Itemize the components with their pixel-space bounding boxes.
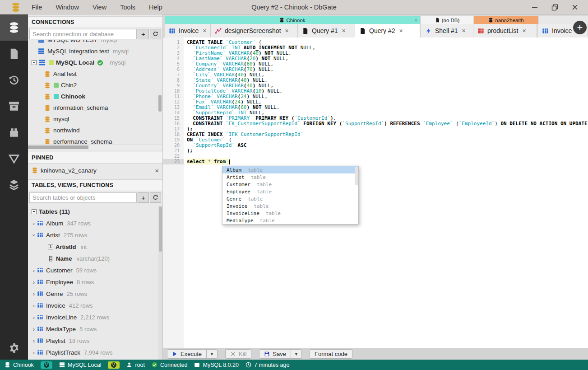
autocomplete-item-invoiceline[interactable]: InvoiceLinetable	[222, 210, 358, 217]
autocomplete-item-genre[interactable]: Genretable	[222, 195, 358, 202]
autocomplete-item-employee[interactable]: Employeetable	[222, 188, 358, 195]
minimize-button[interactable]	[532, 4, 538, 10]
table-row-genre[interactable]: › Genre25 rows	[28, 288, 162, 300]
connections-search-input[interactable]	[29, 29, 137, 39]
autocomplete-item-invoice[interactable]: Invoicetable	[222, 202, 358, 210]
save-dropdown-button[interactable]: ▼	[291, 349, 302, 359]
tab-group-chinook[interactable]: Chinook×	[165, 16, 420, 24]
close-tab-icon[interactable]: ×	[342, 27, 346, 34]
tab-query-2[interactable]: Query #2 ×	[355, 24, 420, 37]
chevron-right-icon[interactable]: ›	[31, 302, 37, 309]
tab-group--no-db-[interactable]: (no DB)	[421, 16, 473, 24]
table-row-invoiceline[interactable]: › InvoiceLine2,212 rows	[28, 311, 162, 323]
table-row-invoice[interactable]: › Invoice412 rows	[28, 300, 162, 311]
database-chinook[interactable]: Chinook	[28, 91, 162, 102]
table-row-playlist[interactable]: › Playlist18 rows	[28, 335, 162, 347]
autocomplete-item-album[interactable]: Albumtable	[222, 166, 358, 173]
app-layers-icon[interactable]	[0, 172, 28, 198]
tables-group-row[interactable]: Tables (11)	[28, 206, 162, 217]
tab-query-1[interactable]: Query #1 ×	[298, 24, 355, 37]
connection-mysql-integration-test[interactable]: MySQL integration testmysql	[28, 46, 162, 57]
chevron-right-icon[interactable]: ›	[31, 267, 37, 274]
pinned-item[interactable]: knihovna_v2_canary ×	[28, 164, 162, 177]
chevron-down-icon[interactable]: ›	[31, 232, 37, 238]
menu-window[interactable]: Window	[56, 4, 79, 11]
chevron-right-icon[interactable]: ›	[31, 349, 37, 356]
database-mysql[interactable]: mysql	[28, 113, 162, 125]
database-chin2[interactable]: Chin2	[28, 80, 162, 91]
tab-shell-1[interactable]: Shell #1 ×	[421, 24, 473, 37]
code-line-20[interactable]: `SupportRepId` ASC	[184, 143, 588, 148]
status-root[interactable]: root	[126, 362, 145, 368]
settings-gear-icon[interactable]	[0, 336, 28, 360]
execute-button[interactable]: Execute	[167, 349, 207, 359]
collapse-icon[interactable]	[32, 209, 37, 214]
table-row-album[interactable]: › Album347 rows	[28, 217, 162, 229]
collapse-icon[interactable]	[32, 60, 37, 65]
new-tab-button[interactable]: +	[573, 21, 587, 34]
tab-productlist[interactable]: productList ×	[473, 24, 537, 37]
chevron-right-icon[interactable]: ›	[31, 314, 37, 321]
tab-group-nano2health[interactable]: nano2health	[474, 16, 538, 24]
database-analtest[interactable]: AnalTest	[28, 68, 162, 80]
history-icon[interactable]	[0, 67, 28, 93]
status-connected[interactable]: Connected	[152, 362, 187, 368]
status-badge[interactable]	[108, 361, 120, 369]
status-mysql-8-0-20[interactable]: MySQL 8.0.20	[194, 362, 238, 368]
column-row-artistid[interactable]: 1ArtistIdint	[28, 241, 162, 253]
files-icon[interactable]	[0, 41, 28, 67]
save-button[interactable]: Save	[259, 349, 291, 359]
menu-file[interactable]: File	[32, 4, 42, 11]
menu-tools[interactable]: Tools	[120, 4, 135, 11]
tab-designerscreenshot[interactable]: designerScreenshot ×	[211, 24, 298, 37]
table-row-artist[interactable]: › Artist275 rows	[28, 229, 162, 241]
tables-vertical-scrollbar[interactable]	[158, 206, 162, 360]
refresh-tables-button[interactable]	[150, 192, 161, 203]
format-code-button[interactable]: Format code	[310, 349, 352, 359]
close-tab-icon[interactable]: ×	[203, 27, 206, 34]
autocomplete-item-artist[interactable]: Artisttable	[222, 173, 358, 181]
query-designer-icon[interactable]	[0, 145, 28, 172]
close-group-icon[interactable]: ×	[415, 18, 417, 23]
column-row-name[interactable]: Namevarchar(120)	[28, 253, 162, 264]
table-row-playlisttrack[interactable]: › PlaylistTrack7,994 rows	[28, 347, 162, 358]
menu-help[interactable]: Help	[149, 4, 162, 11]
table-row-customer[interactable]: › Customer59 rows	[28, 264, 162, 276]
connections-vertical-scrollbar[interactable]	[158, 95, 162, 112]
autocomplete-scrollbar[interactable]	[355, 167, 358, 185]
menu-view[interactable]: View	[93, 4, 106, 11]
tab-invoice[interactable]: Invoice ×	[165, 24, 211, 37]
restore-button[interactable]	[551, 4, 558, 11]
status-7-minutes-ago[interactable]: 7 minutes ago	[245, 362, 290, 368]
close-window-button[interactable]	[572, 4, 578, 10]
table-row-employee[interactable]: › Employee8 rows	[28, 276, 162, 288]
database-northwind[interactable]: northwind	[28, 125, 162, 136]
table-row-mediatype[interactable]: › MediaType5 rows	[28, 323, 162, 335]
close-tab-icon[interactable]: ×	[462, 27, 466, 34]
execute-dropdown-button[interactable]: ▼	[207, 349, 218, 359]
code-line-21[interactable]: );	[184, 148, 588, 154]
connections-horizontal-scrollbar[interactable]	[28, 144, 162, 150]
plugins-icon[interactable]	[0, 119, 28, 145]
status-badge[interactable]	[41, 361, 52, 369]
close-tab-icon[interactable]: ×	[522, 27, 526, 34]
kill-button[interactable]: Kill	[225, 349, 251, 359]
tables-search-input[interactable]	[29, 192, 137, 203]
connections-database-icon[interactable]	[0, 14, 28, 41]
close-tab-icon[interactable]: ×	[399, 27, 403, 34]
autocomplete-item-customer[interactable]: Customertable	[222, 181, 358, 188]
code-line-23[interactable]: select * from	[184, 159, 588, 164]
chevron-right-icon[interactable]: ›	[31, 337, 37, 344]
refresh-connections-button[interactable]	[150, 29, 161, 39]
code-line-18[interactable]: CREATE INDEX `IFK_CustomerSupportRepId`	[184, 132, 588, 137]
close-tab-icon[interactable]: ×	[285, 27, 289, 34]
chevron-right-icon[interactable]: ›	[31, 279, 37, 286]
status-chinook[interactable]: Chinook	[5, 362, 34, 368]
database-information-schema[interactable]: information_schema	[28, 102, 162, 113]
archive-icon[interactable]	[0, 93, 28, 119]
autocomplete-item-mediatype[interactable]: MediaTypetable	[222, 217, 358, 224]
chevron-right-icon[interactable]: ›	[31, 290, 37, 297]
chevron-right-icon[interactable]: ›	[31, 326, 37, 333]
add-table-button[interactable]: +	[138, 192, 149, 203]
unpin-close-icon[interactable]: ×	[155, 167, 159, 174]
